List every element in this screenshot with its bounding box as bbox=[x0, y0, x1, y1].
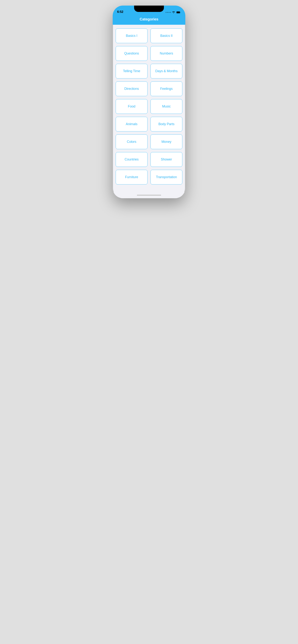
category-button[interactable]: Music bbox=[151, 99, 182, 114]
category-label: Money bbox=[162, 140, 171, 144]
category-label: Body Parts bbox=[158, 122, 174, 126]
category-label: Countries bbox=[125, 158, 138, 161]
app-header: Categories bbox=[113, 15, 185, 25]
home-bar bbox=[137, 195, 161, 196]
category-label: Feelings bbox=[160, 87, 173, 90]
category-button[interactable]: Colors bbox=[116, 134, 147, 149]
category-button[interactable]: Animals bbox=[116, 117, 147, 132]
category-button[interactable]: Questions bbox=[116, 46, 147, 61]
category-button[interactable]: Numbers bbox=[151, 46, 182, 61]
category-label: Music bbox=[162, 104, 171, 108]
category-label: Telling Time bbox=[123, 69, 140, 73]
category-button[interactable]: Countries bbox=[116, 152, 147, 167]
status-icons bbox=[166, 11, 181, 14]
category-button[interactable]: Basics II bbox=[151, 28, 182, 43]
category-label: Transportation bbox=[156, 175, 177, 179]
signal-dot bbox=[170, 12, 171, 13]
signal-dot bbox=[167, 12, 168, 13]
category-button[interactable]: Feelings bbox=[151, 82, 182, 96]
category-label: Directions bbox=[124, 87, 139, 90]
status-time: 6:52 bbox=[117, 10, 123, 14]
category-button[interactable]: Days & Months bbox=[151, 64, 182, 78]
category-button[interactable]: Telling Time bbox=[116, 64, 147, 78]
category-button[interactable]: Food bbox=[116, 99, 147, 114]
category-label: Food bbox=[128, 104, 135, 108]
svg-rect-1 bbox=[177, 12, 180, 13]
category-button[interactable]: Furniture bbox=[116, 170, 147, 184]
category-button[interactable]: Shower bbox=[151, 152, 182, 167]
category-label: Days & Months bbox=[155, 69, 178, 73]
category-label: Numbers bbox=[160, 52, 173, 55]
signal-dot bbox=[166, 12, 167, 13]
notch bbox=[134, 6, 164, 12]
battery-icon bbox=[176, 11, 181, 14]
home-indicator bbox=[113, 192, 185, 198]
signal-dot bbox=[169, 12, 170, 13]
categories-grid: Basics IBasics IIQuestionsNumbersTelling… bbox=[116, 28, 182, 184]
category-button[interactable]: Money bbox=[151, 134, 182, 149]
category-label: Colors bbox=[127, 140, 136, 144]
category-label: Shower bbox=[161, 158, 172, 161]
wifi-icon bbox=[172, 11, 175, 14]
signal-dots bbox=[166, 12, 171, 13]
category-label: Furniture bbox=[125, 175, 138, 179]
phone-frame: 6:52 bbox=[113, 6, 185, 198]
category-label: Basics II bbox=[160, 34, 173, 38]
category-button[interactable]: Transportation bbox=[151, 170, 182, 184]
category-label: Basics I bbox=[126, 34, 137, 38]
header-title: Categories bbox=[140, 17, 158, 21]
category-label: Questions bbox=[124, 52, 139, 55]
category-button[interactable]: Directions bbox=[116, 82, 147, 96]
category-button[interactable]: Basics I bbox=[116, 28, 147, 43]
content-area: Basics IBasics IIQuestionsNumbersTelling… bbox=[113, 25, 185, 192]
category-button[interactable]: Body Parts bbox=[151, 117, 182, 132]
category-label: Animals bbox=[126, 122, 137, 126]
